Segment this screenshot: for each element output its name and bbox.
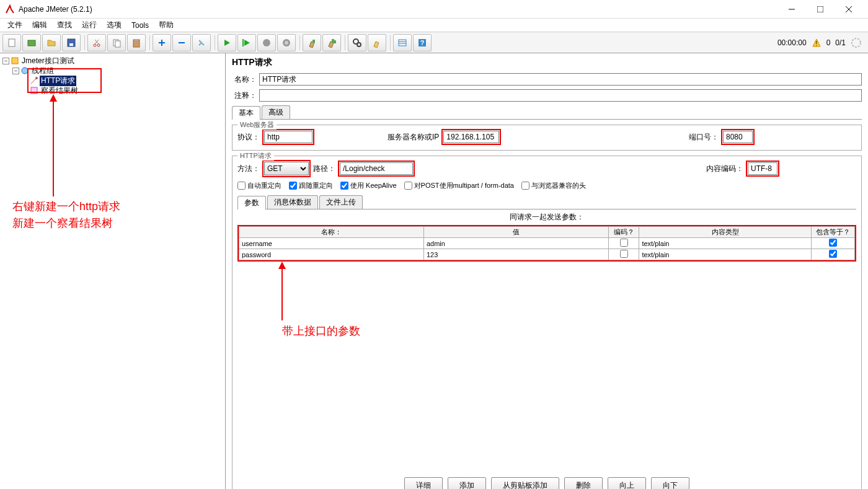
http-sampler-icon (30, 76, 38, 85)
cell-value[interactable]: 123 (423, 249, 608, 260)
web-server-fieldset: Web服务器 协议： 服务器名称或IP 端口号： (232, 125, 862, 151)
add-button[interactable]: 添加 (448, 477, 486, 489)
method-label: 方法： (237, 164, 260, 174)
subtab-body[interactable]: 消息体数据 (267, 195, 318, 209)
port-label: 端口号： (689, 132, 719, 143)
tree-http-request[interactable]: HTTP请求 (40, 76, 76, 86)
add-from-clipboard-button[interactable]: 从剪贴板添加 (491, 477, 559, 489)
cell-encode[interactable] (608, 238, 639, 249)
tab-advanced[interactable]: 高级 (262, 105, 290, 119)
maximize-button[interactable] (806, 0, 835, 19)
function-icon[interactable] (393, 34, 412, 51)
check-keepalive[interactable]: 使用 KeepAlive (340, 181, 397, 190)
tree-root[interactable]: Jmeter接口测试 (20, 56, 76, 66)
detail-button[interactable]: 详细 (404, 477, 443, 489)
col-include: 包含等于？ (812, 227, 855, 238)
encoding-input[interactable] (748, 162, 777, 175)
app-icon (5, 4, 15, 14)
subtab-params[interactable]: 参数 (237, 196, 266, 209)
name-label: 名称： (232, 74, 257, 85)
templates-icon[interactable] (22, 34, 41, 51)
copy-icon[interactable] (107, 34, 126, 51)
titlebar: Apache JMeter (5.2.1) (0, 0, 868, 19)
toggle-icon[interactable] (192, 34, 211, 51)
expand-icon[interactable] (153, 34, 171, 51)
menu-edit[interactable]: 编辑 (27, 19, 52, 32)
check-browser-headers[interactable]: 与浏览器兼容的头 (521, 181, 586, 190)
clear-icon[interactable] (303, 34, 321, 51)
path-input[interactable] (340, 162, 413, 175)
svg-point-9 (97, 44, 100, 46)
paste-icon[interactable] (127, 34, 146, 51)
cell-name[interactable]: password (239, 249, 424, 260)
params-table: 名称： 值 编码？ 内容类型 包含等于？ username admin tex (239, 226, 855, 260)
menu-options[interactable]: 选项 (102, 19, 126, 32)
col-encode: 编码？ (608, 227, 639, 238)
minimize-button[interactable] (777, 0, 806, 19)
open-icon[interactable] (42, 34, 61, 51)
up-button[interactable]: 向上 (608, 477, 646, 489)
reset-search-icon[interactable] (368, 34, 386, 51)
method-select[interactable]: GET (264, 162, 309, 175)
collapse-icon[interactable] (172, 34, 191, 51)
comment-label: 注释： (232, 90, 257, 101)
toolbar: ? 00:00:00 ! 0 0/1 (0, 32, 868, 53)
svg-marker-42 (278, 262, 286, 269)
spinner-icon (851, 37, 862, 48)
threads-count: 0/1 (835, 38, 846, 47)
svg-point-8 (94, 44, 96, 46)
start-no-timers-icon[interactable] (237, 34, 256, 51)
svg-rect-23 (312, 40, 315, 43)
name-input[interactable] (259, 73, 862, 86)
comment-input[interactable] (259, 89, 862, 102)
web-server-legend: Web服务器 (237, 120, 277, 130)
cell-include[interactable] (812, 238, 855, 249)
svg-rect-1 (817, 6, 823, 12)
subtab-files[interactable]: 文件上传 (319, 195, 363, 209)
table-row: username admin text/plain (239, 238, 855, 249)
down-button[interactable]: 向下 (651, 477, 689, 489)
cell-ctype[interactable]: text/plain (639, 238, 812, 249)
start-icon[interactable] (218, 34, 236, 51)
menu-help[interactable]: 帮助 (154, 19, 179, 32)
http-request-legend: HTTP请求 (237, 151, 274, 161)
help-icon[interactable]: ? (413, 34, 432, 51)
cell-name[interactable]: username (239, 238, 424, 249)
search-icon[interactable] (348, 34, 366, 51)
protocol-label: 协议： (237, 132, 260, 143)
shutdown-icon[interactable] (277, 34, 296, 51)
cut-icon[interactable] (87, 34, 106, 51)
svg-point-36 (22, 68, 28, 74)
tree-view-results[interactable]: 察看结果树 (40, 86, 79, 96)
protocol-input[interactable] (264, 131, 312, 143)
cell-encode[interactable] (608, 249, 639, 260)
stop-icon[interactable] (257, 34, 276, 51)
tree-toggle-icon[interactable]: − (12, 68, 19, 74)
close-button[interactable] (835, 0, 863, 19)
check-auto-redirect[interactable]: 自动重定向 (237, 181, 281, 190)
cell-include[interactable] (812, 249, 855, 260)
svg-rect-5 (28, 40, 35, 46)
tab-basic[interactable]: 基本 (232, 106, 260, 120)
svg-point-27 (357, 43, 361, 46)
check-multipart[interactable]: 对POST使用multipart / form-data (404, 181, 514, 190)
port-input[interactable] (723, 131, 753, 143)
menu-run[interactable]: 运行 (77, 19, 102, 32)
tree-toggle-icon[interactable]: − (2, 58, 9, 64)
cell-value[interactable]: admin (423, 238, 608, 249)
delete-button[interactable]: 删除 (564, 477, 603, 489)
menu-file[interactable]: 文件 (2, 19, 27, 32)
server-label: 服务器名称或IP (388, 132, 439, 143)
save-icon[interactable] (62, 34, 81, 51)
server-input[interactable] (443, 131, 499, 143)
clear-all-icon[interactable] (322, 34, 341, 51)
check-follow-redirect[interactable]: 跟随重定向 (289, 181, 333, 190)
menu-tools[interactable]: Tools (126, 20, 154, 31)
menu-search[interactable]: 查找 (52, 19, 77, 32)
cell-ctype[interactable]: text/plain (639, 249, 812, 260)
new-icon[interactable] (2, 34, 21, 51)
test-plan-tree: − Jmeter接口测试 − 线程组 HTTP请求 察看结果树 (0, 53, 226, 489)
elapsed-time: 00:00:00 (777, 38, 807, 47)
svg-text:!: ! (815, 40, 817, 47)
tree-threadgroup[interactable]: 线程组 (30, 66, 55, 76)
